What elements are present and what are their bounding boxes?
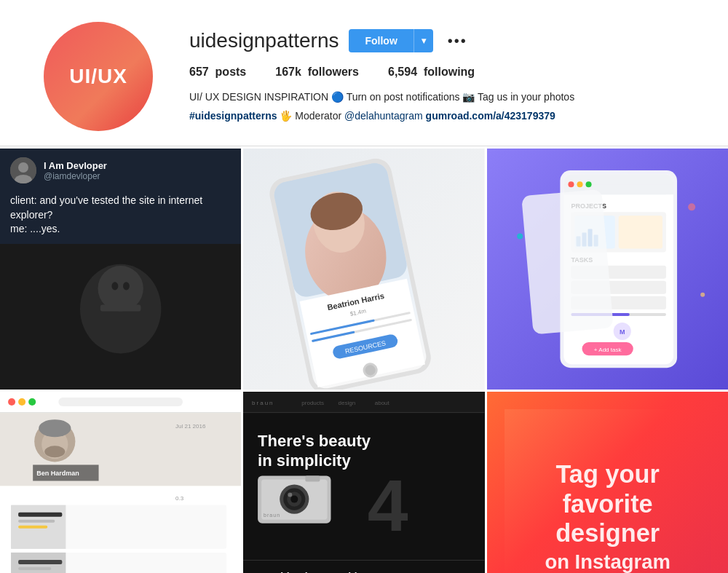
svg-rect-86 [243, 392, 484, 412]
followers-stat[interactable]: 167k followers [275, 66, 359, 79]
svg-point-7 [123, 282, 130, 290]
svg-rect-104 [243, 560, 484, 561]
grid-item-1[interactable]: I Am Devloper @iamdevloper client: and y… [0, 149, 241, 390]
follow-btn-group: Follow ▾ [349, 29, 432, 52]
svg-point-52 [517, 233, 523, 239]
svg-point-61 [18, 398, 25, 406]
svg-rect-77 [18, 520, 55, 523]
svg-point-67 [39, 419, 71, 437]
svg-rect-101 [306, 476, 320, 482]
svg-text:Jul 21 2016: Jul 21 2016 [175, 424, 206, 430]
tweet-header: I Am Devloper @iamdevloper [0, 149, 241, 189]
tweet-text: client: and you've tested the site in in… [0, 189, 241, 244]
svg-text:4: 4 [368, 465, 408, 546]
svg-point-54 [688, 203, 695, 210]
svg-point-32 [568, 181, 574, 187]
svg-text:+ Add task: + Add task [594, 347, 622, 353]
grid-item-6[interactable]: Tag your favorite designer on Instagram … [487, 392, 728, 573]
svg-point-62 [28, 398, 36, 406]
grid-item-2[interactable]: Beatrion Harris $1.4m RESOURCES [243, 149, 484, 390]
svg-rect-8 [100, 304, 141, 311]
svg-point-1 [18, 162, 28, 173]
bio-section: UI/ UX DESIGN INSPIRATION 🔵 Turn on post… [189, 89, 699, 125]
tweet-name: I Am Devloper [44, 160, 107, 171]
posts-stat: 657 posts [189, 66, 246, 79]
svg-text:favorite: favorite [562, 490, 652, 518]
svg-point-5 [98, 266, 143, 311]
svg-text:about: about [375, 400, 390, 406]
grid-item-4[interactable]: Ben Hardman Jul 21 2016 0.3 grapher base… [0, 392, 241, 573]
svg-rect-87 [243, 412, 484, 413]
svg-point-34 [585, 181, 591, 187]
svg-text:Tag your: Tag your [555, 461, 659, 489]
svg-text:braun: braun [264, 513, 280, 518]
profile-section: UI/UX uidesignpatterns Follow ▾ ••• 657 … [0, 0, 728, 146]
profile-info: uidesignpatterns Follow ▾ ••• 657 posts … [189, 22, 699, 127]
stats-row: 657 posts 167k followers 6,594 following [189, 66, 699, 79]
svg-text:braun: braun [252, 400, 274, 406]
svg-text:products: products [302, 400, 325, 406]
svg-rect-78 [18, 526, 47, 529]
post1-lower-image [0, 244, 241, 390]
chevron-down-icon: ▾ [422, 36, 426, 46]
svg-point-33 [577, 181, 582, 187]
svg-rect-76 [18, 513, 62, 517]
photo-grid: I Am Devloper @iamdevloper client: and y… [0, 146, 728, 573]
bio-hashtag[interactable]: #uidesignpatterns [189, 110, 277, 122]
username: uidesignpatterns [189, 29, 339, 52]
svg-text:design: design [339, 400, 356, 406]
svg-point-60 [8, 398, 15, 406]
bio-url[interactable]: gumroad.com/a/423179379 [426, 110, 555, 122]
follow-button[interactable]: Follow [349, 29, 413, 52]
svg-text:There's beauty: There's beauty [258, 432, 371, 451]
svg-point-6 [111, 282, 118, 290]
tweet-handle: @iamdevloper [44, 171, 107, 181]
svg-point-99 [291, 496, 298, 503]
svg-point-68 [44, 446, 65, 458]
follow-dropdown-button[interactable]: ▾ [414, 29, 433, 52]
more-options-button[interactable]: ••• [443, 33, 472, 50]
svg-text:M: M [620, 328, 625, 336]
tweet-user-info: I Am Devloper @iamdevloper [44, 160, 107, 181]
svg-rect-83 [18, 567, 51, 570]
svg-rect-59 [0, 412, 241, 413]
more-icon: ••• [448, 33, 467, 49]
grid-item-3[interactable]: PROJECTS TASKS M [487, 149, 728, 390]
svg-text:0.3: 0.3 [175, 495, 184, 502]
svg-point-100 [288, 493, 293, 497]
svg-rect-51 [521, 189, 614, 335]
svg-text:on Instagram: on Instagram [545, 550, 670, 573]
avatar-container: UI/UX [44, 22, 153, 131]
tweet-avatar [10, 157, 36, 183]
following-stat[interactable]: 6,594 following [388, 66, 475, 79]
bio-line-1: UI/ UX DESIGN INSPIRATION 🔵 Turn on post… [189, 89, 699, 105]
bio-line-2: #uidesignpatterns 🖐 Moderator @delahunta… [189, 108, 699, 124]
avatar: UI/UX [44, 22, 153, 131]
svg-text:in simplicity: in simplicity [258, 452, 351, 470]
profile-header-row: uidesignpatterns Follow ▾ ••• [189, 29, 699, 52]
svg-rect-63 [58, 398, 183, 406]
bio-mention[interactable]: @delahuntagram [344, 110, 423, 122]
svg-rect-38 [618, 216, 662, 248]
grid-item-5[interactable]: braun products design about There's beau… [243, 392, 484, 573]
svg-rect-82 [18, 560, 62, 564]
svg-text:Ben Hardman: Ben Hardman [36, 470, 79, 478]
svg-text:designer: designer [555, 519, 660, 547]
svg-point-53 [700, 293, 705, 297]
